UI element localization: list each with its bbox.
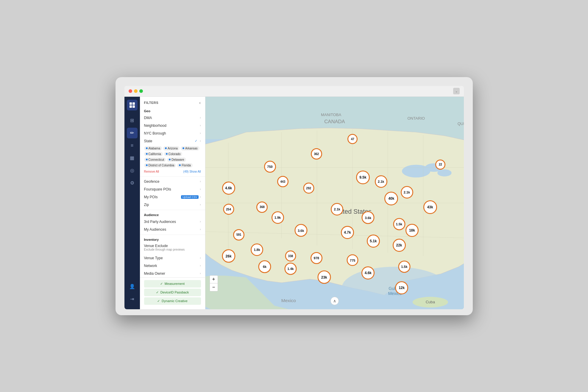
map-bubble-b27[interactable]: 5.1k: [367, 235, 380, 248]
edit-icon[interactable]: ✏: [127, 128, 138, 138]
map-bubble-b34[interactable]: 1.5k: [398, 260, 410, 273]
filter-item-zip[interactable]: Zip ›: [140, 201, 205, 209]
map-bubble-b7[interactable]: 254: [223, 204, 234, 215]
map-bubble-b17[interactable]: 40k: [384, 192, 398, 205]
filter-item-myaudiences[interactable]: My Audiences ›: [140, 226, 205, 233]
check-icon: ✓: [160, 282, 163, 286]
map-bubble-b33[interactable]: 4.6k: [361, 266, 375, 279]
state-tag-alabama[interactable]: Alabama: [144, 146, 162, 151]
settings-icon[interactable]: ⚙: [127, 178, 138, 188]
app-container: ⊞ ✏ ≡ ▦ ◎ ⚙ 👤 ⇥ FILTERS ‹ Geo DMA ›: [124, 97, 464, 309]
map-bubble-b6[interactable]: 292: [303, 182, 314, 193]
filter-item-nyc-borough[interactable]: NYC Borough ›: [140, 129, 205, 137]
chart-icon[interactable]: ▦: [127, 153, 138, 163]
map-bubble-b29[interactable]: 775: [347, 254, 358, 266]
upload-csv-button[interactable]: Upload CSV: [181, 195, 199, 199]
filter-item-mediaowner[interactable]: Media Owner ›: [140, 270, 205, 277]
map-bubble-b4[interactable]: 362: [311, 148, 322, 160]
filter-geofence-label: Geofence: [144, 179, 160, 184]
map-bubble-b32[interactable]: 23k: [317, 271, 331, 284]
filter-nyc-label: NYC Borough: [144, 131, 166, 135]
audience-section-title: Audience: [140, 211, 205, 218]
map-bubble-b10[interactable]: 9.5k: [356, 171, 370, 184]
state-tag-connecticut[interactable]: Connecticut: [144, 157, 166, 162]
map-bubble-b28[interactable]: 22k: [393, 239, 406, 252]
map-controls: + −: [210, 275, 218, 291]
title-bar: ⌄: [124, 86, 464, 97]
map-area[interactable]: CANADA United States Mexico Gulf of Mexi…: [205, 97, 464, 309]
filter-item-geofence[interactable]: Geofence ›: [140, 178, 205, 185]
filter-item-state[interactable]: State ✓ ›: [140, 137, 205, 145]
filter-state-label: State: [144, 139, 152, 143]
filter-item-foursquare[interactable]: Foursquare POIs ›: [140, 185, 205, 193]
state-tag-arizona[interactable]: Arizona: [163, 146, 180, 151]
map-bubble-b2[interactable]: 750: [264, 161, 276, 173]
filter-collapse-button[interactable]: ‹: [199, 100, 201, 105]
state-tag-arkansas[interactable]: Arkansas: [181, 146, 199, 151]
dynamic-creative-button[interactable]: ✓ Dynamic Creative: [144, 297, 201, 305]
map-bubble-b1[interactable]: 4.6k: [222, 182, 235, 195]
venue-exclude-group: Venue Exclude Exclude through map previe…: [144, 243, 201, 253]
filter-dma-label: DMA: [144, 116, 152, 120]
close-dot[interactable]: [129, 89, 132, 93]
map-bubble-b21[interactable]: 43k: [423, 200, 437, 214]
map-bubble-b14[interactable]: 3.6k: [362, 211, 375, 224]
state-tag-california[interactable]: California: [144, 152, 163, 156]
map-bubble-b5[interactable]: 47: [347, 134, 358, 144]
deviceid-passback-button[interactable]: ✓ DeviceID Passback: [144, 289, 201, 296]
map-bubble-b13[interactable]: 3.6k: [294, 224, 307, 237]
map-bubble-b11[interactable]: 2.1k: [375, 175, 387, 188]
maximize-dot[interactable]: [139, 89, 143, 93]
map-bubble-b18[interactable]: 2.1k: [401, 186, 413, 199]
remove-all-button[interactable]: Remove All: [144, 170, 159, 173]
map-bubble-b31[interactable]: 1.4k: [284, 263, 297, 275]
show-all-button[interactable]: (49) Show All: [183, 170, 201, 173]
zoom-in-button[interactable]: +: [210, 276, 218, 283]
svg-rect-2: [130, 105, 132, 108]
filter-item-neighborhood[interactable]: Neighborhood ›: [140, 122, 205, 129]
map-bubble-b23[interactable]: 26k: [222, 249, 235, 263]
chevron-right-icon: ›: [200, 264, 201, 267]
user-icon[interactable]: 👤: [127, 281, 138, 292]
filter-actions: Remove All (49) Show All: [140, 169, 205, 175]
inventory-section: Inventory Venue Exclude Exclude through …: [140, 236, 205, 254]
state-tag-colorado[interactable]: Colorado: [164, 152, 183, 156]
map-bubble-b9[interactable]: 1.9k: [272, 211, 284, 224]
filter-item-venuetype[interactable]: Venue Type ›: [140, 254, 205, 262]
bottom-buttons: ✓ Measurement ✓ DeviceID Passback ✓ Dyna…: [140, 277, 205, 307]
map-bubble-b8[interactable]: 368: [256, 202, 268, 213]
map-bubble-b35[interactable]: 12k: [395, 281, 408, 294]
map-bubble-b24[interactable]: 1.8k: [251, 243, 263, 256]
expand-button[interactable]: ⌄: [453, 88, 460, 94]
chevron-right-icon: ›: [200, 132, 201, 135]
map-bubble-b20[interactable]: 18k: [405, 224, 419, 237]
map-bubble-b12[interactable]: 2.1k: [331, 203, 343, 215]
measurement-button[interactable]: ✓ Measurement: [144, 280, 201, 288]
chevron-right-icon: ›: [200, 220, 201, 223]
map-bubble-b15[interactable]: 591: [233, 229, 244, 240]
list-icon[interactable]: ≡: [127, 140, 138, 151]
dashboard-icon[interactable]: ⊞: [127, 115, 138, 126]
map-bubble-b25[interactable]: 338: [285, 251, 296, 262]
filter-item-network[interactable]: Network ›: [140, 262, 205, 270]
zoom-out-button[interactable]: −: [210, 283, 218, 291]
minimize-dot[interactable]: [134, 89, 138, 93]
filter-item-3rdparty[interactable]: 3rd Party Audiences ›: [140, 218, 205, 226]
map-bubble-b30[interactable]: 6k: [258, 260, 271, 273]
filter-item-dma[interactable]: DMA ›: [140, 114, 205, 122]
map-bubble-b3[interactable]: 443: [277, 176, 288, 187]
state-tag-dc[interactable]: District of Columbia: [144, 163, 176, 168]
logout-icon[interactable]: ⇥: [127, 294, 138, 304]
map-bubble-b16[interactable]: 4.7k: [341, 226, 354, 239]
globe-icon[interactable]: ◎: [127, 165, 138, 176]
state-tag-florida[interactable]: Florida: [177, 163, 193, 168]
map-bubble-b22[interactable]: 22: [435, 160, 445, 170]
map-collapse-button[interactable]: ∧: [330, 297, 339, 305]
svg-rect-1: [132, 102, 135, 105]
map-bubble-b26[interactable]: 978: [311, 252, 322, 264]
filter-item-mypois[interactable]: My POIs Upload CSV ›: [140, 193, 205, 201]
check-icon: ✓: [195, 139, 197, 143]
map-bubble-b19[interactable]: 1.5k: [393, 218, 405, 230]
state-tag-delaware[interactable]: Delaware: [167, 157, 186, 162]
chevron-right-icon: ›: [200, 180, 201, 183]
